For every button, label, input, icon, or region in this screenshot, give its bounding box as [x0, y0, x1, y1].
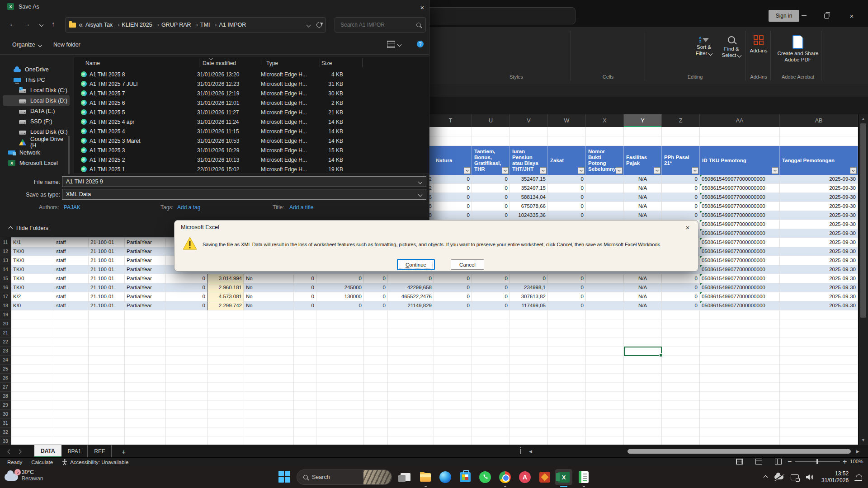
cell[interactable] [662, 136, 700, 146]
cell[interactable] [548, 338, 586, 347]
cell[interactable] [548, 319, 586, 328]
cell[interactable] [586, 292, 624, 301]
cell[interactable] [472, 383, 510, 392]
column-header[interactable]: V [510, 114, 548, 127]
cell[interactable]: 0508615499077000000000 [700, 247, 780, 256]
cell[interactable]: 0 [316, 301, 364, 310]
filter-dropdown-button[interactable] [692, 167, 698, 174]
cell[interactable] [89, 319, 125, 328]
cell[interactable]: 2025-09-30 [780, 220, 858, 229]
cell[interactable] [244, 338, 294, 347]
cell[interactable]: TK/0 [11, 256, 54, 265]
sidebar-item[interactable]: OneDrive [3, 64, 70, 75]
cell[interactable]: N/A [624, 283, 662, 292]
cell[interactable]: TK/0 [11, 283, 54, 292]
cell[interactable]: 0 [364, 301, 388, 310]
cell[interactable] [11, 310, 54, 319]
cell[interactable] [586, 374, 624, 383]
cell[interactable]: 2025-09-30 [780, 202, 858, 211]
filter-dropdown-button[interactable] [616, 167, 623, 174]
cell[interactable] [510, 338, 548, 347]
cell[interactable] [125, 319, 166, 328]
help-button[interactable] [417, 41, 424, 47]
speaker-icon[interactable] [806, 474, 814, 480]
cell[interactable] [54, 328, 89, 338]
cell[interactable] [700, 136, 780, 146]
cell[interactable] [510, 310, 548, 319]
cell[interactable]: 2025-09-30 [780, 292, 858, 301]
cell[interactable] [166, 338, 208, 347]
cell[interactable] [11, 365, 54, 374]
sidebar-item[interactable]: Google Drive (H [3, 137, 70, 147]
accessibility-status[interactable]: Accessibility: Unavailable [62, 459, 128, 465]
vertical-scrollbar[interactable]: ▲ ▼ [858, 114, 868, 445]
cell[interactable]: 2.299.742 [208, 301, 244, 310]
cell[interactable] [316, 356, 364, 365]
cell[interactable] [662, 374, 700, 383]
cell[interactable] [316, 347, 364, 356]
cell[interactable] [434, 392, 472, 401]
cell[interactable]: 21-100-01 [89, 247, 125, 256]
cell[interactable] [662, 310, 700, 319]
cell[interactable] [294, 401, 316, 410]
cell[interactable] [780, 136, 858, 146]
cell[interactable] [662, 428, 700, 437]
cell[interactable] [125, 310, 166, 319]
cell[interactable] [364, 419, 388, 428]
cell[interactable] [548, 136, 586, 146]
cell[interactable]: No [244, 283, 294, 292]
cell[interactable] [548, 428, 586, 437]
column-header[interactable]: U [472, 114, 510, 127]
cell[interactable] [364, 428, 388, 437]
cell[interactable]: 0508615499077000000000 [700, 292, 780, 301]
cell[interactable]: 21-100-01 [89, 292, 125, 301]
cell[interactable] [316, 392, 364, 401]
breadcrumb-segment[interactable]: GRUP RAR [161, 22, 200, 28]
normal-view-button[interactable] [736, 459, 743, 465]
new-sheet-button[interactable]: + [122, 448, 126, 455]
cell[interactable]: staff [54, 238, 89, 247]
cell[interactable]: 234998,1 [510, 283, 548, 292]
cell[interactable] [54, 419, 89, 428]
column-divider[interactable] [261, 58, 261, 67]
cell[interactable] [510, 136, 548, 146]
cell[interactable] [364, 383, 388, 392]
cell[interactable] [294, 419, 316, 428]
cell[interactable] [586, 356, 624, 365]
notifications-bell-icon[interactable] [856, 474, 862, 480]
cell[interactable]: PartialYear [125, 238, 166, 247]
sheet-nav-right-icon[interactable] [17, 449, 22, 454]
cell[interactable]: 0 [548, 202, 586, 211]
row-header[interactable]: 19 [0, 310, 11, 319]
cell[interactable]: 0 [434, 211, 472, 220]
cell[interactable] [316, 338, 364, 347]
cell[interactable] [510, 347, 548, 356]
row-header[interactable]: 30 [0, 410, 11, 419]
find-select-button[interactable]: Find & Select [719, 36, 744, 58]
add-title-link[interactable]: Add a title [289, 204, 313, 211]
cell[interactable] [125, 328, 166, 338]
row-header[interactable]: 12 [0, 247, 11, 256]
cell[interactable] [166, 328, 208, 338]
cell[interactable]: 0508615499077000000000 [700, 256, 780, 265]
cell[interactable] [624, 136, 662, 146]
cell[interactable]: staff [54, 301, 89, 310]
task-view-button[interactable] [399, 470, 412, 484]
cell[interactable]: 0 [166, 301, 208, 310]
cell[interactable] [624, 374, 662, 383]
cell[interactable] [364, 319, 388, 328]
cell[interactable]: N/A [624, 301, 662, 310]
row-header[interactable]: 27 [0, 383, 11, 392]
cell[interactable] [11, 410, 54, 419]
cell[interactable]: 130000 [316, 292, 364, 301]
breadcrumb-segment[interactable]: A1 IMPOR [219, 22, 246, 28]
cell[interactable] [510, 419, 548, 428]
up-button[interactable]: ↑ [52, 20, 55, 28]
row-header[interactable]: 16 [0, 283, 11, 292]
weather-widget[interactable]: 5 30°C Berawan [5, 469, 43, 482]
cell[interactable] [780, 127, 858, 136]
cell[interactable] [510, 428, 548, 437]
cell[interactable] [472, 428, 510, 437]
cell[interactable] [510, 319, 548, 328]
cell[interactable]: N/A [624, 184, 662, 193]
